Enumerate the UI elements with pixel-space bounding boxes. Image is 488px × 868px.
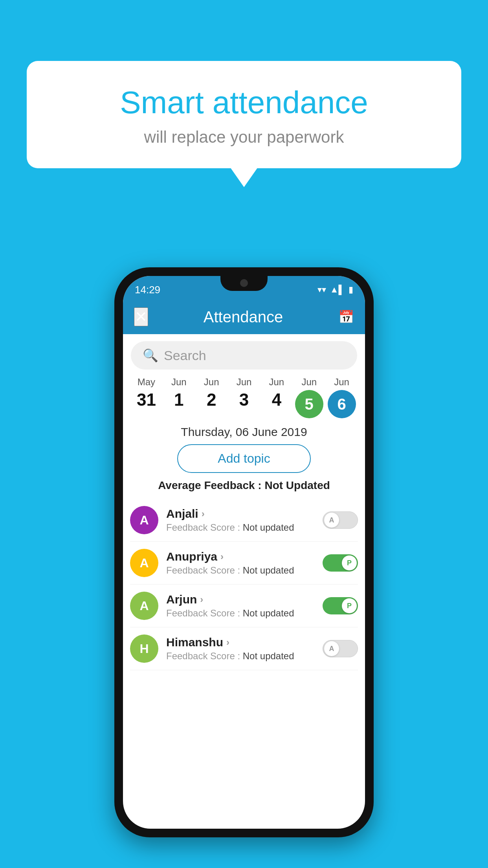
attendance-toggle[interactable]: P bbox=[323, 597, 358, 614]
day-number: 4 bbox=[260, 390, 293, 410]
student-info: Arjun ›Feedback Score : Not updated bbox=[166, 593, 323, 619]
phone-notch bbox=[220, 276, 268, 291]
search-icon: 🔍 bbox=[143, 348, 158, 363]
month-label: Jun bbox=[195, 377, 228, 388]
phone-frame: 14:29 ▾▾ ▲▌ ▮ ✕ Attendance 📅 🔍 Search Ma… bbox=[114, 267, 374, 837]
student-info: Himanshu ›Feedback Score : Not updated bbox=[166, 636, 323, 662]
selected-date-label: Thursday, 06 June 2019 bbox=[123, 425, 365, 439]
chevron-icon: › bbox=[220, 551, 224, 562]
chevron-icon: › bbox=[200, 594, 203, 605]
speech-bubble: Smart attendance will replace your paper… bbox=[27, 61, 461, 168]
toggle-wrap[interactable]: P bbox=[323, 554, 358, 572]
date-cell-31[interactable]: May31 bbox=[130, 377, 163, 410]
student-info: Anupriya ›Feedback Score : Not updated bbox=[166, 550, 323, 576]
month-label: Jun bbox=[228, 377, 261, 388]
date-cell-2[interactable]: Jun2 bbox=[195, 377, 228, 410]
toggle-knob: P bbox=[342, 598, 357, 613]
day-number: 31 bbox=[130, 390, 163, 410]
student-name: Himanshu › bbox=[166, 636, 323, 649]
avatar: A bbox=[130, 592, 158, 620]
feedback-score: Feedback Score : Not updated bbox=[166, 522, 323, 533]
add-topic-button[interactable]: Add topic bbox=[177, 444, 311, 473]
toggle-knob: A bbox=[324, 513, 339, 528]
attendance-toggle[interactable]: P bbox=[323, 554, 358, 572]
avatar: H bbox=[130, 634, 158, 663]
student-item[interactable]: HHimanshu ›Feedback Score : Not updatedA bbox=[130, 627, 358, 670]
toggle-wrap[interactable]: A bbox=[323, 640, 358, 657]
student-list: AAnjali ›Feedback Score : Not updatedAAA… bbox=[123, 499, 365, 670]
avatar: A bbox=[130, 506, 158, 534]
month-label: Jun bbox=[325, 377, 358, 388]
month-label: Jun bbox=[163, 377, 195, 388]
signal-icon: ▲▌ bbox=[330, 285, 345, 295]
day-number: 5 bbox=[305, 395, 314, 413]
date-cell-4[interactable]: Jun4 bbox=[260, 377, 293, 410]
student-info: Anjali ›Feedback Score : Not updated bbox=[166, 507, 323, 533]
day-number: 1 bbox=[163, 390, 195, 410]
day-number: 2 bbox=[195, 390, 228, 410]
search-placeholder: Search bbox=[164, 348, 206, 363]
status-icons: ▾▾ ▲▌ ▮ bbox=[317, 285, 353, 295]
date-cell-3[interactable]: Jun3 bbox=[228, 377, 261, 410]
speech-bubble-container: Smart attendance will replace your paper… bbox=[27, 61, 461, 168]
speech-bubble-subtitle: will replace your paperwork bbox=[46, 128, 442, 147]
attendance-toggle[interactable]: A bbox=[323, 640, 358, 657]
wifi-icon: ▾▾ bbox=[317, 285, 326, 295]
speech-bubble-title: Smart attendance bbox=[46, 85, 442, 121]
day-number: 6 bbox=[337, 395, 346, 413]
attendance-toggle[interactable]: A bbox=[323, 511, 358, 529]
calendar-icon[interactable]: 📅 bbox=[338, 309, 354, 324]
student-item[interactable]: AAnjali ›Feedback Score : Not updatedA bbox=[130, 499, 358, 542]
feedback-score: Feedback Score : Not updated bbox=[166, 565, 323, 576]
student-name: Anjali › bbox=[166, 507, 323, 520]
toggle-wrap[interactable]: A bbox=[323, 511, 358, 529]
month-label: Jun bbox=[293, 377, 325, 388]
student-name: Arjun › bbox=[166, 593, 323, 606]
student-name: Anupriya › bbox=[166, 550, 323, 563]
toggle-knob: A bbox=[324, 641, 339, 656]
avg-feedback-label: Average Feedback : bbox=[158, 479, 264, 491]
app-header: ✕ Attendance 📅 bbox=[123, 300, 365, 334]
date-cell-5[interactable]: Jun5 bbox=[293, 377, 325, 418]
month-label: Jun bbox=[260, 377, 293, 388]
status-time: 14:29 bbox=[135, 284, 160, 296]
phone-screen: 14:29 ▾▾ ▲▌ ▮ ✕ Attendance 📅 🔍 Search Ma… bbox=[123, 276, 365, 829]
date-cell-1[interactable]: Jun1 bbox=[163, 377, 195, 410]
chevron-icon: › bbox=[226, 637, 229, 648]
date-cell-6[interactable]: Jun6 bbox=[325, 377, 358, 418]
search-bar[interactable]: 🔍 Search bbox=[131, 341, 357, 370]
chevron-icon: › bbox=[202, 508, 205, 519]
notch-camera bbox=[240, 279, 248, 287]
month-label: May bbox=[130, 377, 163, 388]
toggle-wrap[interactable]: P bbox=[323, 597, 358, 614]
close-button[interactable]: ✕ bbox=[134, 307, 148, 326]
toggle-knob: P bbox=[342, 555, 357, 570]
avg-feedback: Average Feedback : Not Updated bbox=[123, 479, 365, 492]
battery-icon: ▮ bbox=[349, 285, 353, 295]
student-item[interactable]: AArjun ›Feedback Score : Not updatedP bbox=[130, 585, 358, 627]
phone-container: 14:29 ▾▾ ▲▌ ▮ ✕ Attendance 📅 🔍 Search Ma… bbox=[114, 267, 374, 837]
feedback-score: Feedback Score : Not updated bbox=[166, 608, 323, 619]
avg-feedback-value: Not Updated bbox=[264, 479, 330, 491]
feedback-score: Feedback Score : Not updated bbox=[166, 651, 323, 662]
day-number: 3 bbox=[228, 390, 261, 410]
date-row: May31Jun1Jun2Jun3Jun4Jun5Jun6 bbox=[123, 377, 365, 418]
avatar: A bbox=[130, 549, 158, 577]
page-title: Attendance bbox=[204, 308, 283, 326]
student-item[interactable]: AAnupriya ›Feedback Score : Not updatedP bbox=[130, 542, 358, 585]
